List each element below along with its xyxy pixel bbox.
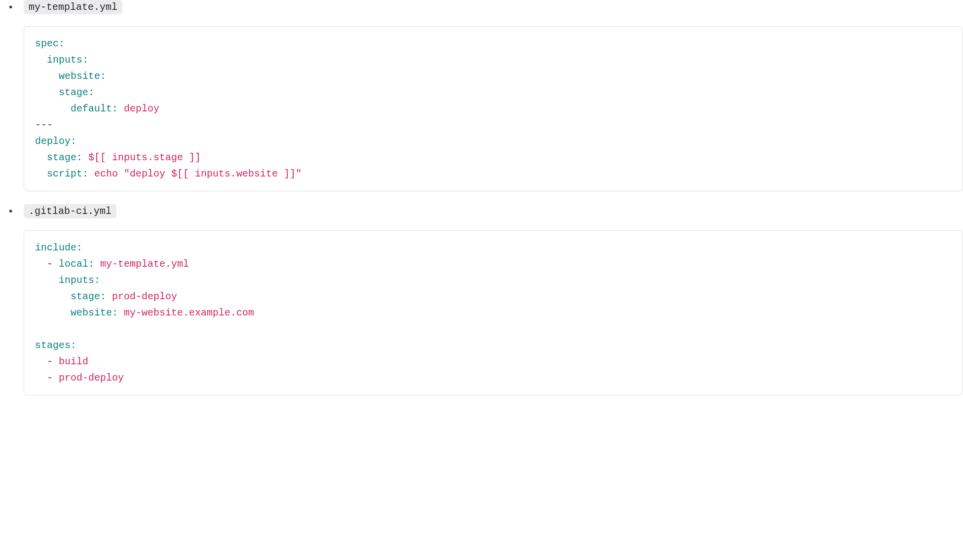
file-item: .gitlab-ci.yml include: - local: my-temp… (0, 204, 963, 395)
code-block: spec: inputs: website: stage: default: d… (24, 26, 963, 191)
code-content: spec: inputs: website: stage: default: d… (35, 35, 952, 182)
code-block: include: - local: my-template.yml inputs… (24, 230, 963, 395)
filename-badge: .gitlab-ci.yml (24, 204, 116, 218)
file-list: my-template.yml spec: inputs: website: s… (0, 0, 963, 395)
code-content: include: - local: my-template.yml inputs… (35, 240, 952, 386)
filename-badge: my-template.yml (24, 0, 122, 14)
file-item: my-template.yml spec: inputs: website: s… (0, 0, 963, 191)
